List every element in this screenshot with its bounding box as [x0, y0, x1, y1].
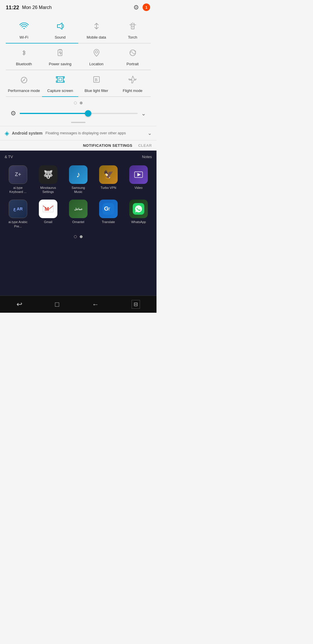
svg-rect-8 — [59, 78, 62, 81]
clear-notifications-button[interactable]: CLEAR — [138, 143, 152, 148]
mobile-data-icon — [91, 21, 102, 33]
nav-back-button[interactable]: ← — [92, 300, 99, 308]
omantel-label: Omantel — [72, 220, 84, 224]
notification-settings-label[interactable]: NOTIFICATION SETTINGS — [83, 143, 132, 148]
page-dot-2 — [80, 102, 83, 104]
status-bar: 11:22 Mon 26 March ⚙ 1 — [0, 0, 156, 14]
page-indicator — [6, 102, 151, 104]
status-time: 11:22 — [6, 5, 19, 11]
app-aitype[interactable]: Z+ ai.type Keyboard ... — [3, 162, 33, 197]
app-grid-row1: Z+ ai.type Keyboard ... 🐺 Minotaurus Set… — [0, 162, 156, 197]
svg-text:B: B — [95, 78, 97, 82]
qs-flight-mode[interactable]: Flight mode — [114, 70, 151, 97]
gmail-label: Gmail — [44, 220, 52, 224]
sound-icon — [55, 21, 65, 33]
nav-recents-button[interactable]: ↩ — [17, 300, 22, 308]
qs-power-saving[interactable]: Power saving — [42, 44, 78, 70]
app-turbo-vpn[interactable]: 🦅 Turbo VPN — [93, 162, 123, 197]
notification-badge[interactable]: 1 — [143, 3, 151, 12]
quick-settings-grid: Wi-Fi Sound Mobile data — [6, 17, 151, 97]
app-minotaurus[interactable]: 🐺 Minotaurus Settings — [33, 162, 63, 197]
samsung-music-icon: ♪ — [69, 165, 88, 184]
aitype-arabic-label: ai.type Arabic Pre... — [8, 220, 28, 228]
brightness-control: ⚙ ⌄ — [6, 107, 151, 121]
drag-handle — [6, 121, 151, 126]
translate-icon: G T — [99, 200, 118, 218]
brightness-icon: ⚙ — [10, 110, 16, 117]
notification-settings-bar: NOTIFICATION SETTINGS CLEAR — [0, 140, 156, 151]
svg-text:M: M — [45, 206, 49, 212]
qs-sound[interactable]: Sound — [42, 17, 78, 44]
notification-message: Floating messages is displaying over oth… — [46, 131, 145, 135]
app-omantel[interactable]: عمانتل Omantel — [63, 197, 93, 231]
nav-extra-button[interactable]: ⊟ — [132, 300, 140, 309]
video-icon — [129, 165, 148, 184]
wifi-icon — [19, 21, 29, 33]
omantel-icon: عمانتل — [69, 200, 88, 218]
brightness-track — [20, 113, 138, 114]
qs-mobile-data[interactable]: Mobile data — [78, 17, 114, 44]
drawer-dot-2 — [80, 235, 83, 238]
notification-expand-icon[interactable]: ⌄ — [148, 130, 152, 136]
nav-home-button[interactable]: □ — [55, 300, 59, 308]
whatsapp-label: WhatsApp — [131, 220, 146, 224]
app-drawer: & TV Notes Z+ ai.type Keyboard ... 🐺 Min… — [0, 151, 156, 296]
svg-marker-12 — [137, 173, 141, 176]
notification-item[interactable]: ◈ Android system Floating messages is di… — [0, 126, 156, 140]
drawer-page-indicator — [0, 235, 156, 238]
qs-capture-screen[interactable]: Capture screen — [42, 70, 78, 97]
brightness-thumb[interactable] — [85, 110, 91, 117]
mobile-data-label: Mobile data — [87, 35, 106, 40]
samsung-music-label: Samsung Music — [68, 186, 88, 194]
capture-screen-label: Capture screen — [47, 88, 73, 93]
qs-wifi[interactable]: Wi-Fi — [6, 17, 42, 44]
notification-app-icon: ◈ — [5, 130, 9, 137]
notification-count: 1 — [143, 3, 150, 11]
translate-label: Translate — [102, 220, 115, 224]
performance-mode-icon — [19, 74, 29, 86]
drawer-dot-1 — [74, 235, 77, 238]
settings-icon[interactable]: ⚙ — [133, 4, 139, 11]
sound-label: Sound — [55, 35, 66, 40]
status-date: Mon 26 March — [22, 5, 52, 10]
app-aitype-arabic[interactable]: ع AR ai.type Arabic Pre... — [3, 197, 33, 231]
brightness-expand-icon[interactable]: ⌄ — [141, 110, 146, 117]
flight-mode-icon — [128, 74, 138, 86]
page-dot-1 — [74, 102, 77, 104]
video-label: Video — [134, 186, 143, 190]
power-saving-icon — [55, 48, 65, 59]
qs-torch[interactable]: Torch — [114, 17, 151, 44]
app-label-tv: & TV — [5, 155, 13, 159]
qs-portrait[interactable]: Portrait — [114, 44, 151, 70]
app-gmail[interactable]: M Gmail — [33, 197, 63, 231]
app-label-notes: Notes — [142, 155, 152, 159]
quick-settings-panel: Wi-Fi Sound Mobile data — [0, 14, 156, 126]
bluetooth-icon — [19, 48, 29, 59]
app-translate[interactable]: G T Translate — [93, 197, 123, 231]
minotaurus-label: Minotaurus Settings — [38, 186, 58, 194]
location-icon — [91, 48, 102, 59]
qs-performance-mode[interactable]: Performance mode — [6, 70, 42, 97]
performance-mode-label: Performance mode — [8, 88, 40, 93]
app-whatsapp[interactable]: WhatsApp — [123, 197, 154, 231]
svg-text:T: T — [108, 207, 110, 211]
portrait-icon — [128, 48, 138, 59]
aitype-icon: Z+ — [9, 165, 27, 184]
torch-label: Torch — [128, 35, 137, 40]
svg-rect-7 — [57, 77, 63, 82]
blue-light-filter-label: Blue light filter — [85, 88, 108, 93]
bluetooth-label: Bluetooth — [16, 62, 32, 67]
qs-blue-light-filter[interactable]: B Blue light filter — [78, 70, 114, 97]
navigation-bar: ↩ □ ← ⊟ — [0, 296, 156, 313]
flight-mode-label: Flight mode — [123, 88, 143, 93]
brightness-slider[interactable] — [20, 111, 138, 116]
qs-location[interactable]: Location — [78, 44, 114, 70]
app-samsung-music[interactable]: ♪ Samsung Music — [63, 162, 93, 197]
app-video[interactable]: Video — [123, 162, 154, 197]
svg-point-3 — [95, 51, 98, 53]
location-label: Location — [89, 62, 103, 67]
app-drawer-top-row: & TV Notes — [0, 153, 156, 162]
portrait-label: Portrait — [127, 62, 139, 67]
turbo-vpn-icon: 🦅 — [99, 165, 118, 184]
qs-bluetooth[interactable]: Bluetooth — [6, 44, 42, 70]
